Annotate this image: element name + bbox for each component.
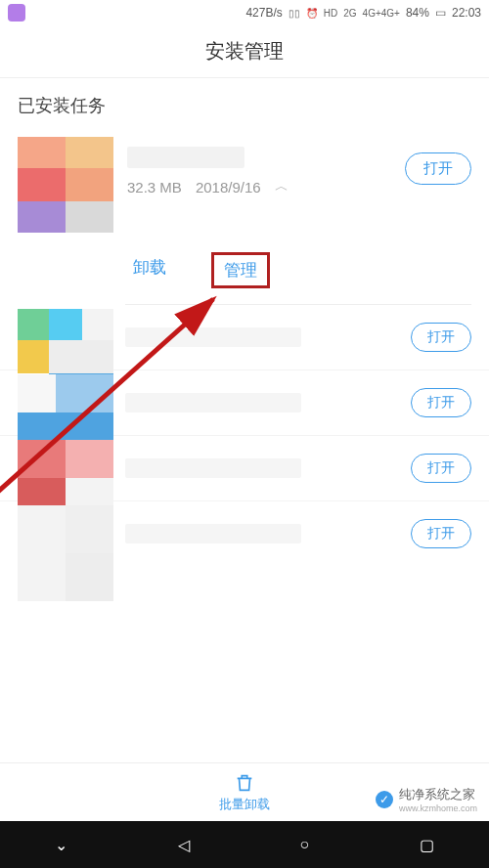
clock: 22:03 — [452, 6, 481, 20]
section-installed-tasks: 已安装任务 — [0, 78, 489, 129]
trash-icon — [234, 772, 255, 794]
manage-link[interactable]: 管理 — [211, 252, 270, 288]
app-name-censored — [127, 147, 244, 168]
page-title: 安装管理 — [205, 38, 284, 65]
battery-icon: ▭ — [435, 6, 446, 20]
battery-percent: 84% — [406, 6, 429, 20]
page-header: 安装管理 — [0, 25, 489, 78]
watermark-url: www.kzmhome.com — [399, 803, 477, 813]
nav-home-icon[interactable]: ○ — [299, 836, 309, 853]
watermark-logo-icon: ✓ — [376, 791, 393, 808]
open-button[interactable]: 打开 — [411, 454, 471, 483]
nav-recent-icon[interactable]: ▢ — [420, 836, 434, 854]
status-bar: 427B/s ▯▯ ⏰ HD 2G 4G+4G+ 84% ▭ 22:03 — [0, 0, 489, 25]
alarm-icon: ⏰ — [306, 8, 318, 19]
app-date: 2018/9/16 — [196, 179, 261, 195]
network-2g-icon: 2G — [343, 8, 356, 19]
collapse-icon[interactable]: ︿ — [275, 178, 289, 195]
open-button[interactable]: 打开 — [411, 519, 471, 548]
app-size: 32.3 MB — [127, 179, 182, 195]
hd-icon: HD — [324, 8, 337, 19]
network-speed: 427B/s — [245, 6, 282, 20]
uninstall-link[interactable]: 卸载 — [133, 256, 166, 284]
nav-back-icon[interactable]: ◁ — [178, 836, 190, 854]
open-button[interactable]: 打开 — [411, 388, 471, 417]
expanded-actions: 卸载 管理 — [0, 233, 489, 304]
app-row-expanded[interactable]: 32.3 MB 2018/9/16 ︿ 打开 — [0, 137, 489, 233]
app-name-censored — [125, 524, 301, 543]
nav-menu-icon[interactable]: ⌄ — [55, 836, 67, 854]
app-indicator-icon — [8, 4, 25, 22]
watermark: ✓ 纯净系统之家 www.kzmhome.com — [370, 784, 483, 815]
open-button[interactable]: 打开 — [411, 323, 471, 352]
batch-uninstall-label: 批量卸载 — [219, 796, 270, 813]
app-name-censored — [125, 393, 301, 412]
network-4g-icon: 4G+4G+ — [363, 8, 400, 19]
watermark-name: 纯净系统之家 — [399, 786, 477, 803]
open-button[interactable]: 打开 — [405, 152, 471, 185]
app-icon — [18, 137, 113, 233]
app-name-censored — [125, 458, 301, 478]
app-name-censored — [125, 327, 301, 347]
android-nav-bar: ⌄ ◁ ○ ▢ — [0, 821, 489, 868]
vibrate-icon: ▯▯ — [289, 8, 300, 19]
